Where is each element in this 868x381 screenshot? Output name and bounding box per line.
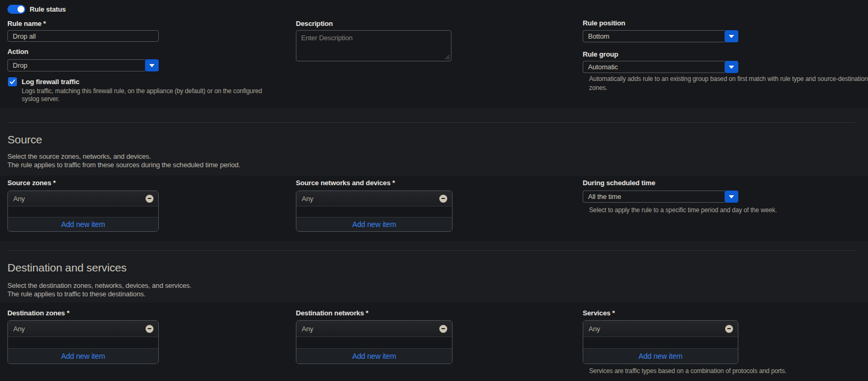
listbox-empty-area: [296, 337, 452, 348]
rule-position-label: Rule position: [583, 19, 625, 27]
minus-bar: [148, 328, 151, 329]
add-new-item-label: Add new item: [638, 352, 682, 360]
list-item[interactable]: Any: [8, 321, 158, 337]
minus-bar: [148, 198, 151, 199]
list-item[interactable]: Any: [583, 321, 738, 337]
destination-zones-listbox: Any Add new item: [7, 320, 159, 364]
list-item[interactable]: Any: [296, 321, 452, 337]
rule-status-label: Rule status: [30, 5, 66, 13]
resize-handle-icon[interactable]: [444, 54, 450, 60]
description-textarea[interactable]: Enter Description: [296, 30, 451, 61]
services-label: Services *: [583, 309, 615, 317]
list-item-label: Any: [589, 325, 725, 333]
list-item-label: Any: [302, 325, 439, 333]
add-new-item-label: Add new item: [61, 220, 105, 229]
description-label: Description: [296, 20, 333, 28]
services-listbox: Any Add new item: [583, 320, 738, 364]
source-networks-listbox: Any Add new item: [296, 190, 453, 232]
remove-icon[interactable]: [439, 195, 447, 203]
rule-name-value: Drop all: [13, 32, 36, 40]
list-item[interactable]: Any: [296, 191, 452, 206]
chevron-down-icon: [729, 66, 734, 69]
checkmark-icon: [9, 78, 16, 85]
source-networks-label: Source networks and devices *: [296, 179, 395, 187]
action-select[interactable]: Drop: [7, 59, 145, 71]
source-zones-label: Source zones *: [7, 179, 56, 187]
description-placeholder: Enter Description: [301, 34, 352, 42]
scheduled-time-label: During scheduled time: [583, 179, 655, 187]
rule-position-select-button[interactable]: [725, 30, 738, 42]
chevron-down-icon: [729, 35, 734, 38]
rule-group-label: Rule group: [583, 50, 618, 58]
listbox-empty-area: [8, 206, 158, 217]
scheduled-time-value: All the time: [588, 193, 621, 201]
remove-icon[interactable]: [725, 325, 733, 333]
add-new-item-button[interactable]: Add new item: [296, 217, 452, 231]
rule-group-select[interactable]: Automatic: [583, 61, 725, 73]
destination-networks-listbox: Any Add new item: [296, 320, 453, 364]
scheduled-time-help: Select to apply the rule to a specific t…: [589, 206, 854, 214]
add-new-item-button[interactable]: Add new item: [8, 348, 158, 364]
chevron-down-icon: [729, 195, 734, 198]
rule-group-help: Automatically adds rule to an existing g…: [589, 75, 868, 93]
rule-name-label: Rule name *: [7, 20, 46, 28]
rule-name-input[interactable]: Drop all: [7, 30, 159, 42]
chevron-down-icon: [149, 64, 155, 67]
minus-bar: [441, 198, 445, 199]
log-firewall-help: Logs traffic, matching this firewall rul…: [22, 87, 269, 103]
add-new-item-button[interactable]: Add new item: [583, 348, 738, 364]
add-new-item-button[interactable]: Add new item: [8, 217, 158, 231]
list-item[interactable]: Any: [8, 191, 158, 206]
source-section-title: Source: [7, 133, 42, 146]
destination-section-title: Destination and services: [7, 261, 126, 274]
rule-status-toggle[interactable]: [7, 5, 25, 14]
scheduled-time-select[interactable]: All the time: [583, 190, 725, 203]
minus-bar: [727, 328, 731, 329]
listbox-empty-area: [8, 337, 158, 348]
source-zones-listbox: Any Add new item: [7, 190, 159, 232]
destination-networks-label: Destination networks *: [296, 309, 368, 317]
source-section-desc-1: Select the source zones, networks, and d…: [7, 152, 151, 160]
scheduled-time-select-button[interactable]: [725, 190, 738, 203]
rule-group-select-button[interactable]: [725, 61, 738, 73]
add-new-item-label: Add new item: [61, 352, 105, 360]
section-divider: [7, 250, 856, 251]
add-new-item-button[interactable]: Add new item: [296, 348, 452, 364]
firewall-rule-form: Rule status Rule name * Drop all Action …: [0, 0, 868, 381]
add-new-item-label: Add new item: [352, 352, 396, 360]
destination-section-desc-2: The rule applies to traffic to these des…: [7, 290, 146, 298]
listbox-empty-area: [583, 337, 738, 348]
add-new-item-label: Add new item: [352, 220, 396, 229]
listbox-empty-area: [296, 206, 452, 217]
action-select-button[interactable]: [145, 59, 159, 71]
log-firewall-checkbox[interactable]: [8, 77, 17, 86]
source-section-desc-2: The rule applies to traffic from these s…: [7, 161, 240, 169]
destination-section-desc-1: Select the destination zones, networks, …: [7, 282, 192, 289]
minus-bar: [441, 328, 445, 329]
destination-zones-label: Destination zones *: [7, 309, 69, 317]
section-divider: [7, 122, 856, 123]
remove-icon[interactable]: [439, 325, 447, 333]
toggle-knob: [17, 6, 24, 13]
services-help: Services are traffic types based on a co…: [589, 367, 854, 375]
rule-position-select[interactable]: Bottom: [583, 30, 725, 42]
log-firewall-label: Log firewall traffic: [22, 78, 79, 86]
remove-icon[interactable]: [146, 195, 153, 203]
rule-position-value: Bottom: [588, 32, 609, 40]
list-item-label: Any: [302, 195, 439, 203]
list-item-label: Any: [13, 325, 146, 333]
rule-group-value: Automatic: [588, 63, 618, 71]
remove-icon[interactable]: [146, 325, 153, 333]
list-item-label: Any: [13, 195, 146, 203]
action-label: Action: [7, 48, 29, 56]
action-value: Drop: [13, 61, 28, 69]
